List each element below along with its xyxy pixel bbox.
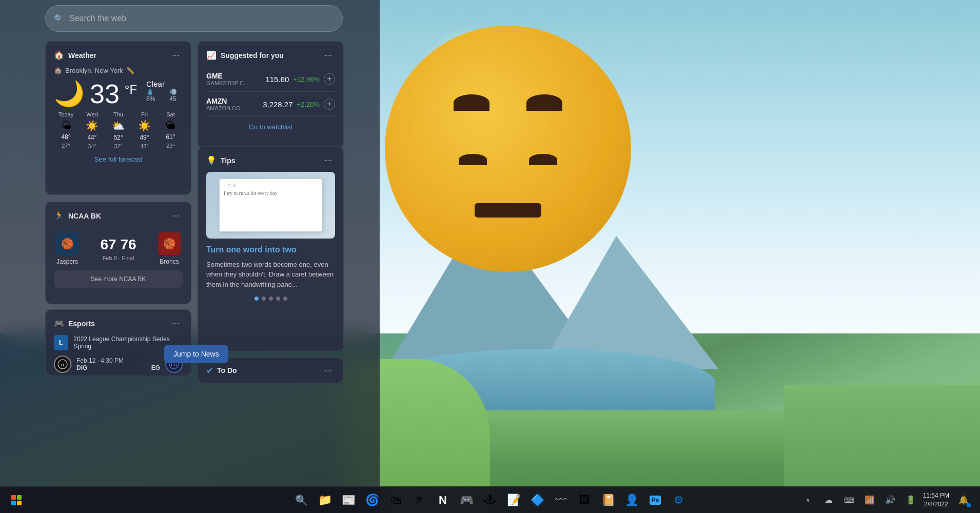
- contacts-icon: 🖼: [579, 494, 590, 507]
- broncs-name: Broncs: [160, 258, 179, 265]
- tips-icon: 💡: [206, 155, 217, 165]
- taskbar-photoshop[interactable]: Ps: [645, 490, 665, 510]
- esports-time: Feb 12 · 4:30 PM: [76, 357, 160, 364]
- score-numbers: 67 76: [100, 236, 136, 253]
- dot-2[interactable]: [262, 297, 266, 301]
- wifi-tray-icon[interactable]: 📶: [861, 490, 878, 510]
- stock-gme-row: GME GAMESTOP C... 115.60 +12.96% +: [206, 67, 335, 92]
- humidity-label: 💨 45: [169, 88, 183, 103]
- gaming-icon: 🕹: [484, 494, 496, 507]
- battery-tray-icon[interactable]: 🔋: [903, 490, 919, 510]
- notification-center-button[interactable]: 🔔: [953, 490, 974, 510]
- taskbar-search-button[interactable]: 🔍: [291, 490, 311, 510]
- see-full-forecast-link[interactable]: See full forecast: [54, 155, 183, 163]
- taskbar-nav[interactable]: 🔷: [527, 490, 547, 510]
- todo-more-button[interactable]: ···: [321, 364, 335, 377]
- svg-text:D: D: [61, 363, 64, 367]
- esports-more-button[interactable]: ···: [169, 317, 183, 330]
- forecast-low: 27°: [62, 143, 70, 149]
- stocks-card-header: 📈 Suggested for you ···: [206, 49, 335, 62]
- ncaa-title: NCAA BK: [68, 212, 101, 220]
- store-icon: 🛍: [390, 494, 401, 507]
- weather-title-row: 🏠 Weather: [54, 50, 96, 60]
- taskbar-store[interactable]: 🛍: [385, 490, 406, 510]
- taskbar-edge[interactable]: 🌀: [362, 490, 382, 510]
- volume-tray-icon[interactable]: 🔊: [882, 490, 898, 510]
- home-icon: 🏠: [54, 67, 62, 74]
- stock-gme-info: GME GAMESTOP C...: [206, 72, 248, 86]
- taskbar-people[interactable]: 👤: [621, 490, 642, 510]
- taskbar-file-explorer[interactable]: 📁: [315, 490, 335, 510]
- dot-4[interactable]: [276, 297, 280, 301]
- stocks-icon: 📈: [206, 50, 217, 60]
- esports-event-row: L 2022 League Championship Series Spring: [54, 335, 183, 350]
- nav-icon: 🔷: [531, 494, 544, 507]
- taskbar-gaming[interactable]: 🕹: [480, 490, 500, 510]
- widget-panel: 🔍 Search the web 🏠 Weather ··· 🏠 Brookly…: [0, 0, 380, 513]
- tips-card-header: 💡 Tips ···: [206, 154, 335, 167]
- taskbar-widgets[interactable]: 📰: [338, 490, 359, 510]
- stock-amzn-change: +2.20%: [297, 101, 320, 108]
- taskbar-notes[interactable]: 📝: [503, 490, 524, 510]
- esports-match-row: D Feb 12 · 4:30 PM DIG EG EG: [54, 356, 183, 373]
- taskbar-center: 🔍 📁 📰 🌀 🛍 # N 🎮 🕹 📝 🔷: [291, 490, 689, 510]
- taskbar-onenote[interactable]: 📔: [598, 490, 618, 510]
- ncaa-more-button[interactable]: ···: [169, 209, 183, 222]
- esports-teams: DIG EG: [76, 364, 160, 371]
- taskbar-notion[interactable]: N: [433, 490, 453, 510]
- taskbar-s[interactable]: 〰: [551, 490, 571, 510]
- search-placeholder: Search the web: [69, 14, 126, 23]
- tips-more-button[interactable]: ···: [321, 154, 335, 167]
- todo-title: To Do: [217, 366, 237, 374]
- go-watchlist-link[interactable]: Go to watchlist: [206, 117, 335, 133]
- taskbar-xbox[interactable]: 🎮: [456, 490, 477, 510]
- start-button[interactable]: [6, 490, 27, 510]
- stock-amzn-info: AMZN AMAZON CO...: [206, 97, 245, 111]
- notification-dot: [967, 503, 971, 507]
- weather-unit: °F: [125, 83, 137, 97]
- dot-5[interactable]: [283, 297, 287, 301]
- tray-expand-button[interactable]: ∧: [800, 490, 816, 510]
- taskbar: 🔍 📁 📰 🌀 🛍 # N 🎮 🕹 📝 🔷: [0, 486, 980, 513]
- stocks-card: 📈 Suggested for you ··· GME GAMESTOP C..…: [198, 41, 344, 149]
- ncaa-card-header: 🏃 NCAA BK ···: [54, 209, 183, 222]
- photoshop-icon: Ps: [650, 496, 661, 505]
- stock-gme-add-button[interactable]: +: [324, 73, 335, 85]
- weather-condition-icon: 🌙: [54, 80, 85, 108]
- search-bar[interactable]: 🔍 Search the web: [45, 5, 343, 32]
- cloud-icon: ☁: [825, 495, 833, 505]
- forecast-grid: Today 🌤 48° 27° Wed ☀️ 44° 34° Thu ⛅ 52°…: [54, 111, 183, 149]
- file-explorer-icon: 📁: [318, 494, 332, 507]
- taskbar-slack[interactable]: #: [409, 490, 429, 510]
- dot-1[interactable]: [254, 297, 259, 301]
- stock-amzn-price: 3,228.27: [263, 100, 292, 109]
- forecast-wed: Wed ☀️ 44° 34°: [80, 111, 104, 149]
- system-clock[interactable]: 11:54 PM 2/8/2022: [923, 491, 949, 509]
- forecast-today: Today 🌤 48° 27°: [54, 111, 78, 149]
- search-icon: 🔍: [54, 14, 64, 24]
- team-eg: EG: [151, 364, 160, 371]
- weather-location: 🏠 Brooklyn, New York ✏️: [54, 67, 183, 74]
- dot-3[interactable]: [269, 297, 273, 301]
- stock-gme-price: 115.60: [265, 75, 289, 84]
- taskbar-settings[interactable]: ⚙: [669, 490, 689, 510]
- weather-details: 💧 8% 💨 45: [146, 88, 183, 103]
- edit-icon[interactable]: ✏️: [126, 67, 134, 74]
- weather-condition-text: Clear: [146, 80, 183, 88]
- see-more-ncaa-link[interactable]: See more NCAA BK: [54, 270, 183, 288]
- ncaa-card: 🏃 NCAA BK ··· 🏀 Jaspers 67 76 Feb 8 - Fi…: [45, 202, 191, 304]
- onedrive-tray-icon[interactable]: ☁: [820, 490, 837, 510]
- volume-icon: 🔊: [885, 495, 895, 505]
- notion-icon: N: [439, 494, 447, 507]
- keyboard-tray-icon[interactable]: ⌨: [841, 490, 857, 510]
- keyboard-icon: ⌨: [844, 496, 854, 504]
- stock-amzn-company: AMAZON CO...: [206, 105, 245, 111]
- people-icon: 👤: [625, 494, 639, 507]
- taskbar-contacts[interactable]: 🖼: [574, 490, 595, 510]
- weather-more-button[interactable]: ···: [169, 49, 183, 62]
- jump-to-news-button[interactable]: Jump to News: [164, 345, 228, 363]
- stocks-more-button[interactable]: ···: [321, 49, 335, 62]
- stock-amzn-add-button[interactable]: +: [324, 98, 335, 110]
- edge-icon: 🌀: [365, 494, 379, 507]
- game-detail: Feb 8 - Final: [103, 255, 134, 261]
